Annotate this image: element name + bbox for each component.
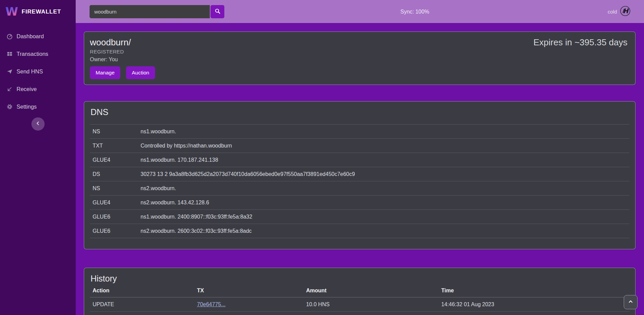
chevron-left-icon: [35, 121, 41, 127]
dns-record-type: GLUE6: [90, 224, 138, 238]
domain-status: REGISTERED: [90, 49, 629, 54]
domain-expiry: Expires in ~395.35 days: [534, 37, 629, 47]
sidebar-item-label: Settings: [17, 104, 37, 110]
history-time: 15:47:30 07 Feb 2023: [439, 312, 629, 315]
app-title: FIREWALLET: [22, 8, 61, 15]
domain-owner: Owner: You: [90, 57, 629, 63]
history-header-row: Action TX Amount Time: [90, 287, 629, 297]
sidebar-item-label: Receive: [17, 86, 37, 92]
history-card-title: History: [91, 273, 629, 284]
dns-record-value: ns2.woodburn. 2600:3c02::f03c:93ff:fe5a:…: [138, 224, 629, 238]
wallet-name: cold: [608, 9, 617, 15]
history-col-time: Time: [439, 287, 629, 297]
dns-record-type: DS: [90, 167, 138, 181]
sidebar-item-send-hns[interactable]: Send HNS: [0, 63, 76, 80]
receive-icon: [6, 86, 13, 92]
history-col-amount: Amount: [303, 287, 439, 297]
dns-card: DNS NS ns1.woodburn. TXT Controlled by h…: [84, 101, 636, 249]
dns-record-row: GLUE6 ns1.woodburn. 2400:8907::f03c:93ff…: [90, 210, 629, 224]
dns-card-title: DNS: [91, 107, 629, 117]
history-amount: 10.0 HNS: [303, 312, 439, 315]
sidebar-item-label: Dashboard: [17, 33, 44, 40]
dns-record-type: NS: [90, 125, 138, 139]
dns-record-value: ns2.woodburn. 143.42.128.6: [138, 196, 629, 210]
history-row: UPDATE 70e64775... 10.0 HNS 14:46:32 01 …: [90, 297, 629, 312]
firewallet-logo-icon: W: [5, 5, 18, 19]
dns-record-row: NS ns2.woodburn.: [90, 181, 629, 196]
send-icon: [6, 68, 13, 75]
search-input[interactable]: [90, 5, 210, 18]
search-group: [90, 5, 224, 18]
sidebar-item-dashboard[interactable]: Dashboard: [0, 27, 76, 45]
dns-record-value: ns1.woodburn. 2400:8907::f03c:93ff:fe5a:…: [138, 210, 629, 224]
sidebar-item-label: Send HNS: [17, 68, 43, 75]
domain-card: woodburn/ Expires in ~395.35 days REGIST…: [84, 31, 636, 85]
dns-record-type: GLUE6: [90, 210, 138, 224]
handshake-logo-icon: H: [620, 6, 630, 18]
sidebar-nav: Dashboard Transactions Send HNS: [0, 27, 76, 115]
app-logo[interactable]: W FIREWALLET: [0, 0, 76, 19]
search-button[interactable]: [210, 5, 224, 18]
history-row: RENEW d73c5e4... 10.0 HNS 15:47:30 07 Fe…: [90, 312, 629, 315]
sidebar-item-label: Transactions: [17, 51, 48, 57]
gear-icon: [6, 104, 13, 110]
svg-text:W: W: [5, 5, 18, 17]
history-time: 14:46:32 01 Aug 2023: [439, 297, 629, 312]
manage-button[interactable]: Manage: [90, 66, 120, 79]
sidebar-item-receive[interactable]: Receive: [0, 80, 76, 98]
dns-record-type: GLUE4: [90, 153, 138, 167]
dns-record-value: Controlled by https://nathan.woodburn: [138, 139, 629, 153]
tx-link[interactable]: 70e64775...: [197, 301, 226, 307]
dns-record-row: DS 30273 13 2 9a3a8fb3d625d2a2073d740f10…: [90, 167, 629, 181]
dns-record-type: TXT: [90, 139, 138, 153]
dns-record-row: GLUE4 ns2.woodburn. 143.42.128.6: [90, 196, 629, 210]
dns-record-value: ns1.woodburn. 170.187.241.138: [138, 153, 629, 167]
sidebar-collapse-button[interactable]: [31, 117, 45, 131]
topbar: Sync: 100% cold H: [76, 0, 644, 23]
sidebar-item-transactions[interactable]: Transactions: [0, 45, 76, 63]
main-content: woodburn/ Expires in ~395.35 days REGIST…: [76, 23, 644, 315]
history-col-action: Action: [90, 287, 194, 297]
sync-status: Sync: 100%: [400, 9, 429, 15]
history-col-tx: TX: [194, 287, 303, 297]
search-icon: [215, 8, 221, 15]
sidebar-item-settings[interactable]: Settings: [0, 98, 76, 115]
domain-title: woodburn/: [90, 37, 131, 47]
wallet-selector[interactable]: cold H: [608, 0, 630, 23]
dns-record-value: ns2.woodburn.: [138, 181, 629, 196]
history-card: History Action TX Amount Time UPDATE 70e…: [84, 268, 636, 315]
history-amount: 10.0 HNS: [303, 297, 439, 312]
dns-record-row: TXT Controlled by https://nathan.woodbur…: [90, 139, 629, 153]
dns-record-row: GLUE6 ns2.woodburn. 2600:3c02::f03c:93ff…: [90, 224, 629, 238]
history-table: Action TX Amount Time UPDATE 70e64775...…: [90, 287, 629, 315]
auction-button[interactable]: Auction: [126, 66, 155, 79]
gauge-icon: [6, 33, 13, 40]
history-action: RENEW: [90, 312, 194, 315]
dns-table: NS ns1.woodburn. TXT Controlled by https…: [90, 124, 629, 238]
dns-record-row: GLUE4 ns1.woodburn. 170.187.241.138: [90, 153, 629, 167]
dns-record-type: NS: [90, 181, 138, 196]
chevron-up-icon: [628, 299, 634, 306]
history-action: UPDATE: [90, 297, 194, 312]
scroll-to-top-button[interactable]: [624, 295, 638, 309]
dns-record-value: 30273 13 2 9a3a8fb3d625d2a2073d740f10da6…: [138, 167, 629, 181]
dns-record-row: NS ns1.woodburn.: [90, 125, 629, 139]
table-icon: [6, 51, 13, 57]
sidebar: W FIREWALLET Dashboard: [0, 0, 76, 315]
dns-record-type: GLUE4: [90, 196, 138, 210]
dns-record-value: ns1.woodburn.: [138, 125, 629, 139]
